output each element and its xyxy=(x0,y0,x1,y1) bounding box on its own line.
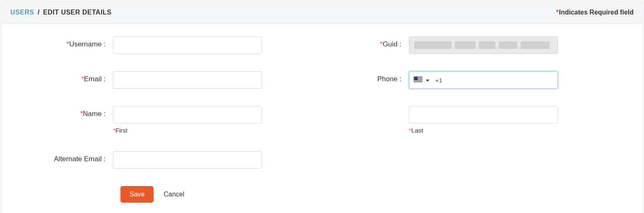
save-button[interactable]: Save xyxy=(120,186,154,203)
guid-label: *Guid : xyxy=(334,36,409,48)
required-field-note: *Indicates Required field xyxy=(556,9,634,16)
email-input[interactable] xyxy=(113,71,262,89)
chevron-down-icon xyxy=(426,80,429,82)
username-input[interactable] xyxy=(113,36,262,54)
breadcrumb-separator: / xyxy=(38,9,39,16)
phone-prefix: +1 xyxy=(435,77,442,84)
breadcrumb: USERS / EDIT USER DETAILS xyxy=(10,9,112,16)
phone-country-selector[interactable] xyxy=(413,76,429,84)
email-label: *Email : xyxy=(38,71,113,83)
last-name-input[interactable] xyxy=(409,106,558,123)
first-sublabel: *First xyxy=(113,127,262,134)
username-label: *Username : xyxy=(38,36,113,48)
last-sublabel: *Last xyxy=(409,127,558,134)
us-flag-icon xyxy=(413,76,423,82)
form-actions: Save Cancel xyxy=(120,186,606,203)
phone-input[interactable] xyxy=(445,72,553,88)
panel-header: USERS / EDIT USER DETAILS *Indicates Req… xyxy=(1,1,643,24)
form-area: *Username : *Guid : xyxy=(1,24,643,213)
name-label: *Name : xyxy=(38,106,113,118)
phone-input-group[interactable]: +1 xyxy=(409,71,558,89)
guid-input xyxy=(409,36,558,54)
cancel-button[interactable]: Cancel xyxy=(162,186,186,203)
first-name-input[interactable] xyxy=(113,106,262,123)
edit-user-panel: USERS / EDIT USER DETAILS *Indicates Req… xyxy=(1,1,643,213)
alternate-email-input[interactable] xyxy=(113,151,262,169)
breadcrumb-current: EDIT USER DETAILS xyxy=(43,9,112,16)
phone-label: Phone : xyxy=(334,71,409,83)
alternate-email-label: Alternate Email : xyxy=(38,151,113,163)
last-name-label-spacer xyxy=(334,106,409,110)
breadcrumb-users-link[interactable]: USERS xyxy=(10,9,34,16)
